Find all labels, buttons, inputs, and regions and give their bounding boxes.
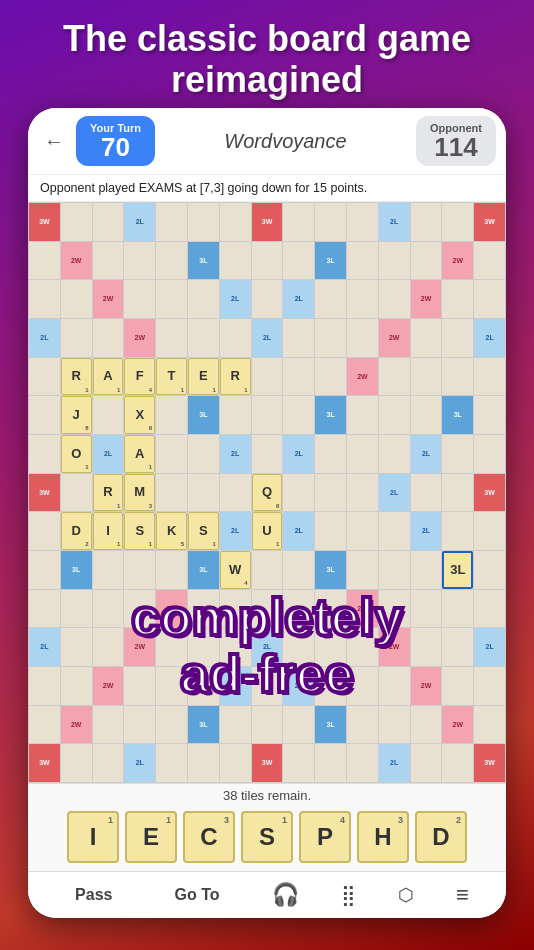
board-cell[interactable] — [188, 474, 219, 512]
board-cell[interactable] — [474, 280, 505, 318]
board-cell[interactable] — [188, 435, 219, 473]
board-cell[interactable] — [442, 358, 473, 396]
board-cell[interactable] — [411, 474, 442, 512]
board-cell[interactable] — [347, 203, 378, 241]
board-cell[interactable]: 3W — [29, 744, 60, 782]
board-cell[interactable] — [124, 242, 155, 280]
board-cell[interactable] — [61, 667, 92, 705]
board-cell[interactable] — [29, 280, 60, 318]
board-cell[interactable]: 2W — [124, 319, 155, 357]
board-cell[interactable] — [156, 744, 187, 782]
board-cell[interactable]: 3W — [474, 203, 505, 241]
board-cell[interactable] — [379, 551, 410, 589]
board-cell[interactable] — [220, 744, 251, 782]
board-cell[interactable] — [283, 628, 314, 666]
board-cell[interactable] — [411, 706, 442, 744]
rack-tile[interactable]: S1 — [241, 811, 293, 863]
board-cell[interactable] — [411, 203, 442, 241]
board-cell[interactable]: R1 — [93, 474, 124, 512]
board-cell[interactable] — [442, 474, 473, 512]
board-cell[interactable] — [411, 242, 442, 280]
board-cell[interactable]: 2W — [61, 706, 92, 744]
board-cell[interactable] — [220, 242, 251, 280]
board-cell[interactable] — [379, 512, 410, 550]
board-cell[interactable]: 2L — [283, 280, 314, 318]
headphone-icon[interactable]: 🎧 — [272, 882, 299, 908]
board-cell[interactable]: 2W — [347, 590, 378, 628]
board-cell[interactable] — [252, 551, 283, 589]
board-cell[interactable]: 3W — [252, 744, 283, 782]
board-cell[interactable] — [156, 706, 187, 744]
board-cell[interactable] — [379, 358, 410, 396]
board-cell[interactable] — [442, 512, 473, 550]
board-cell[interactable] — [283, 319, 314, 357]
board-cell[interactable] — [347, 667, 378, 705]
board-cell[interactable] — [315, 474, 346, 512]
board-cell[interactable]: 2W — [61, 242, 92, 280]
board-cell[interactable] — [220, 706, 251, 744]
board-cell[interactable]: O1 — [61, 435, 92, 473]
rack-tile[interactable]: P4 — [299, 811, 351, 863]
board-cell[interactable] — [252, 435, 283, 473]
board-cell[interactable] — [220, 590, 251, 628]
board-cell[interactable]: M3 — [124, 474, 155, 512]
board-cell[interactable] — [283, 396, 314, 434]
board-cell[interactable] — [188, 590, 219, 628]
board-cell[interactable]: 3L — [61, 551, 92, 589]
board-cell[interactable]: 3L — [315, 551, 346, 589]
board-cell[interactable] — [411, 358, 442, 396]
board-cell[interactable] — [379, 435, 410, 473]
rack-tile[interactable]: D2 — [415, 811, 467, 863]
board-cell[interactable] — [283, 203, 314, 241]
board-cell[interactable]: 2W — [442, 706, 473, 744]
board-cell[interactable]: U1 — [252, 512, 283, 550]
board-cell[interactable] — [442, 435, 473, 473]
board-cell[interactable] — [93, 628, 124, 666]
board-cell[interactable]: R1 — [61, 358, 92, 396]
board-cell[interactable] — [188, 319, 219, 357]
board-cell[interactable]: 2W — [379, 319, 410, 357]
board-cell[interactable]: 2W — [347, 358, 378, 396]
board-cell[interactable]: K5 — [156, 512, 187, 550]
board-cell[interactable] — [124, 706, 155, 744]
rack-tile[interactable]: I1 — [67, 811, 119, 863]
board-cell[interactable] — [411, 590, 442, 628]
board-cell[interactable]: 2L — [411, 435, 442, 473]
board-cell[interactable]: 2L — [283, 512, 314, 550]
board-cell[interactable] — [442, 744, 473, 782]
board-cell[interactable] — [315, 590, 346, 628]
board-cell[interactable] — [411, 628, 442, 666]
board-cell[interactable] — [93, 551, 124, 589]
board-cell[interactable]: 3L — [188, 396, 219, 434]
board-cell[interactable]: 2L — [220, 435, 251, 473]
board-cell[interactable] — [347, 319, 378, 357]
board-cell[interactable] — [283, 242, 314, 280]
board-cell[interactable] — [188, 203, 219, 241]
board-cell[interactable]: D2 — [61, 512, 92, 550]
board-cell[interactable] — [442, 203, 473, 241]
board-cell[interactable]: J8 — [61, 396, 92, 434]
board-cell[interactable]: 3L — [315, 396, 346, 434]
board-cell[interactable] — [442, 590, 473, 628]
board-cell[interactable] — [93, 590, 124, 628]
board-cell[interactable]: 2L — [379, 474, 410, 512]
tiles-icon[interactable]: ⣿ — [341, 883, 356, 907]
board-cell[interactable] — [315, 628, 346, 666]
board-cell[interactable] — [156, 242, 187, 280]
board-cell[interactable] — [283, 744, 314, 782]
board-cell[interactable] — [315, 319, 346, 357]
board-cell[interactable] — [347, 744, 378, 782]
board-cell[interactable]: 2L — [379, 203, 410, 241]
board-cell[interactable] — [93, 396, 124, 434]
board-cell[interactable] — [283, 590, 314, 628]
board-cell[interactable] — [379, 590, 410, 628]
board-cell[interactable]: 3W — [474, 474, 505, 512]
board-cell[interactable] — [442, 667, 473, 705]
board-cell[interactable]: S1 — [188, 512, 219, 550]
board-cell[interactable]: 3L — [188, 551, 219, 589]
board-cell[interactable] — [29, 590, 60, 628]
rack-tile[interactable]: H3 — [357, 811, 409, 863]
board-cell[interactable] — [411, 319, 442, 357]
rack-tile[interactable]: C3 — [183, 811, 235, 863]
board-cell[interactable] — [61, 474, 92, 512]
